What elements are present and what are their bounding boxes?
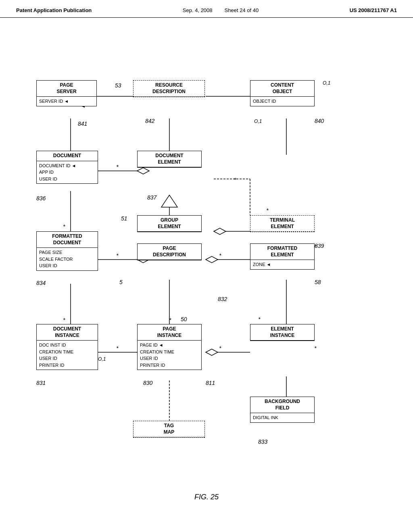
header-left: Patent Application Publication (16, 7, 92, 13)
tag-map-box: TAGMAP (133, 421, 205, 438)
content-object-fields: OBJECT ID (250, 97, 314, 106)
page-instance-box: PAGEINSTANCE PAGE ID ◄ CREATION TIME USE… (137, 324, 202, 370)
figure-caption: FIG. 25 (0, 489, 413, 501)
header-patent: US 2008/211767 A1 (350, 7, 397, 13)
document-box: DOCUMENT DOCUMENT ID ◄ APP ID USER ID (36, 151, 98, 184)
label-831: 831 (36, 380, 46, 386)
label-o1-840: O,1 (254, 118, 262, 124)
star-doc-inst2: * (116, 345, 118, 351)
formatted-document-title: FORMATTEDDOCUMENT (37, 232, 98, 248)
header-sheet: Sheet 24 of 40 (225, 7, 259, 13)
resource-description-box: RESOURCEDESCRIPTION (133, 80, 205, 97)
svg-marker-25 (137, 168, 149, 174)
page-server-box: PAGESERVER SERVER ID ◄ (36, 80, 97, 106)
label-5: 5 (119, 279, 123, 285)
star-fmt-elem2: * (258, 316, 260, 322)
star-elem-inst: * (314, 345, 316, 351)
formatted-element-box: FORMATTEDELEMENT ZONE ◄ (250, 243, 315, 270)
star-doc-inst: * (63, 317, 65, 323)
resource-description-title: RESOURCEDESCRIPTION (133, 81, 204, 97)
star-doc-elem: * (116, 164, 118, 170)
label-840: 840 (315, 118, 324, 124)
document-instance-fields: DOC INST ID CREATION TIME USER ID PRINTE… (37, 341, 98, 370)
document-element-title: DOCUMENTELEMENT (138, 151, 201, 167)
page-instance-title: PAGEINSTANCE (138, 324, 201, 341)
label-51: 51 (121, 215, 127, 222)
label-842: 842 (145, 118, 154, 124)
document-instance-title: DOCUMENTINSTANCE (37, 324, 98, 341)
label-837: 837 (147, 194, 156, 201)
formatted-document-fields: PAGE SIZE SCALE FACTOR USER ID (37, 248, 98, 270)
page-header: Patent Application Publication Sep. 4, 2… (0, 0, 413, 18)
header-date: Sep. 4, 2008 (183, 7, 213, 13)
label-58: 58 (315, 279, 321, 285)
document-title: DOCUMENT (37, 151, 98, 161)
label-o1-content: O,1 (323, 80, 330, 86)
header-center: Sep. 4, 2008 Sheet 24 of 40 (183, 7, 259, 13)
label-832: 832 (218, 296, 227, 302)
svg-marker-23 (206, 349, 218, 355)
label-50: 50 (181, 316, 187, 322)
star-page-inst2: * (169, 317, 171, 323)
diagram-area: PAGESERVER SERVER ID ◄ 53 841 RESOURCEDE… (0, 18, 413, 513)
terminal-element-box: TERMINALELEMENT (250, 215, 315, 232)
content-object-title: CONTENTOBJECT (250, 81, 314, 97)
label-834: 834 (36, 280, 46, 286)
formatted-element-fields: ZONE ◄ (250, 260, 314, 269)
element-instance-box: ELEMENTINSTANCE (250, 324, 315, 341)
page-description-title: PAGEDESCRIPTION (138, 244, 201, 260)
document-fields: DOCUMENT ID ◄ APP ID USER ID (37, 161, 98, 184)
terminal-element-title: TERMINALELEMENT (250, 216, 314, 232)
star-fmt-doc: * (63, 223, 65, 230)
svg-marker-7 (161, 195, 177, 207)
group-element-title: GROUPELEMENT (138, 216, 201, 232)
document-element-box: DOCUMENTELEMENT (137, 151, 202, 168)
label-830: 830 (143, 380, 152, 386)
label-o1-doc-inst: O,1 (98, 356, 106, 362)
group-element-box: GROUPELEMENT (137, 215, 202, 232)
page-description-box: PAGEDESCRIPTION (137, 243, 202, 260)
label-841: 841 (78, 121, 87, 127)
label-53: 53 (115, 82, 121, 89)
element-instance-title: ELEMENTINSTANCE (250, 324, 314, 341)
svg-marker-26 (214, 228, 226, 235)
content-object-box: CONTENTOBJECT OBJECT ID (250, 80, 315, 106)
star-page-desc-right: * (219, 252, 221, 259)
label-836: 836 (36, 195, 46, 202)
star-page-inst: * (219, 345, 221, 351)
page-server-fields: SERVER ID ◄ (37, 97, 96, 106)
star-terminal2: * (266, 207, 268, 214)
formatted-document-box: FORMATTEDDOCUMENT PAGE SIZE SCALE FACTOR… (36, 231, 98, 271)
tag-map-title: TAGMAP (133, 421, 204, 437)
digital-ink-fields: DIGITAL INK (250, 413, 314, 422)
label-811: 811 (206, 380, 215, 386)
document-instance-box: DOCUMENTINSTANCE DOC INST ID CREATION TI… (36, 324, 98, 370)
star-fmt-elem: * (314, 243, 316, 250)
star-terminal: * (234, 177, 236, 183)
page-instance-fields: PAGE ID ◄ CREATION TIME USER ID PRINTER … (138, 341, 201, 370)
formatted-element-title: FORMATTEDELEMENT (250, 244, 314, 260)
label-833: 833 (258, 438, 267, 445)
background-field-box: BACKGROUNDFIELD DIGITAL INK (250, 397, 315, 423)
page-server-title: PAGESERVER (37, 81, 96, 97)
star-page-desc-left: * (116, 252, 118, 259)
svg-marker-24 (206, 256, 218, 263)
background-field-title: BACKGROUNDFIELD (250, 397, 314, 413)
